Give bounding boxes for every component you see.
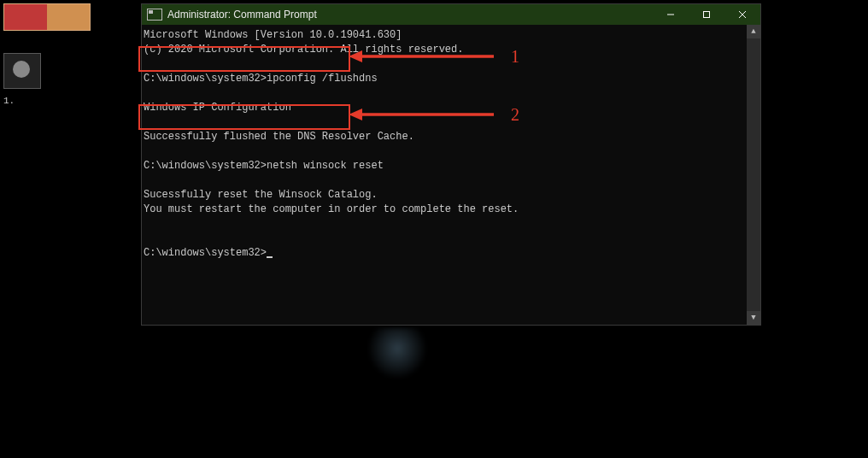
- term-line: Microsoft Windows [Version 10.0.19041.63…: [144, 29, 402, 41]
- desktop-thumbnail-2: [3, 53, 41, 89]
- annotation-number-2: 2: [511, 105, 519, 125]
- term-prompt-2: C:\windows\system32>: [144, 160, 267, 172]
- scrollbar[interactable]: ▲ ▼: [747, 25, 760, 325]
- close-icon: [738, 10, 747, 19]
- desktop-thumbnail-1: [3, 3, 91, 31]
- term-line: Successfully flushed the DNS Resolver Ca…: [144, 131, 414, 143]
- scroll-down-button[interactable]: ▼: [747, 311, 760, 325]
- titlebar[interactable]: Administrator: Command Prompt: [142, 4, 760, 25]
- term-line: Windows IP Configuration: [144, 102, 291, 114]
- term-command-2: netsh winsock reset: [267, 160, 384, 172]
- term-prompt-1: C:\windows\system32>: [144, 73, 267, 85]
- cursor: [267, 256, 273, 258]
- sidebar-marker: 1.: [3, 96, 15, 106]
- chevron-down-icon: ▼: [751, 314, 755, 322]
- term-line: You must restart the computer in order t…: [144, 203, 519, 215]
- annotation-number-1: 1: [511, 47, 519, 67]
- term-line: (c) 2020 Microsoft Corporation. All righ…: [144, 44, 463, 56]
- scroll-up-button[interactable]: ▲: [747, 25, 760, 38]
- window-title: Administrator: Command Prompt: [167, 9, 653, 21]
- term-line: Sucessfully reset the Winsock Catalog.: [144, 189, 378, 201]
- term-command-1: ipconfig /flushdns: [267, 73, 378, 85]
- close-button[interactable]: [724, 4, 760, 25]
- term-prompt-3: C:\windows\system32>: [144, 247, 267, 259]
- minimize-icon: [666, 10, 675, 19]
- cmd-icon: [147, 9, 162, 21]
- background-graphic: [367, 328, 427, 379]
- command-prompt-window: Administrator: Command Prompt Microsoft …: [141, 3, 761, 326]
- svg-rect-1: [704, 12, 710, 18]
- terminal-output[interactable]: Microsoft Windows [Version 10.0.19041.63…: [142, 25, 747, 325]
- maximize-button[interactable]: [689, 4, 724, 25]
- chevron-up-icon: ▲: [751, 27, 755, 36]
- maximize-icon: [702, 10, 711, 19]
- minimize-button[interactable]: [653, 4, 689, 25]
